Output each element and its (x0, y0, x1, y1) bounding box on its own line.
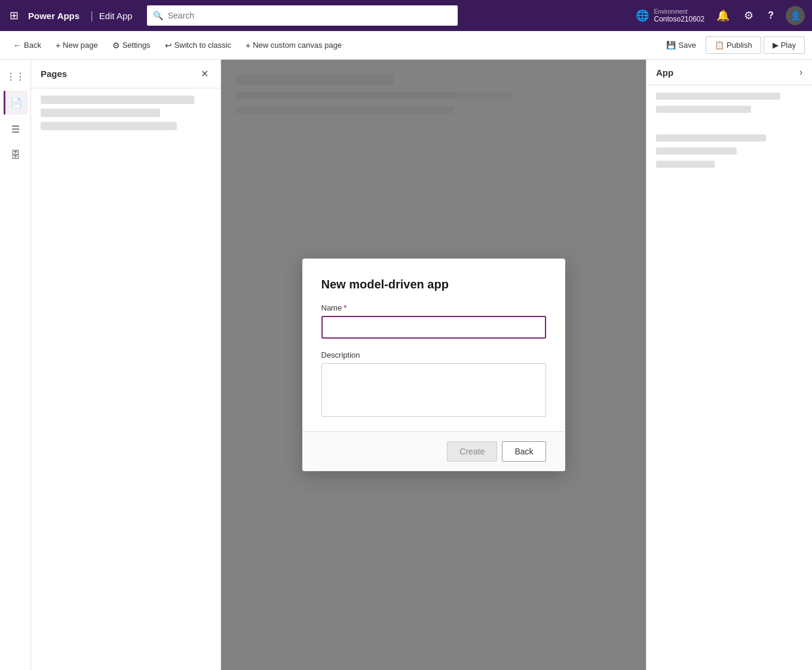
required-star: * (344, 303, 347, 312)
settings-gear-icon: ⚙ (112, 41, 120, 50)
pages-panel: Pages ✕ (31, 60, 221, 670)
save-icon: 💾 (666, 41, 676, 50)
nav-right: 🌐 Environment Contoso210602 🔔 ⚙ ? 👤 (636, 6, 805, 25)
description-textarea[interactable] (321, 363, 546, 417)
back-label: Back (24, 41, 41, 50)
canvas-area: New model-driven app Name* Description C… (221, 60, 646, 670)
toolbar: ← Back + New page ⚙ Settings ↩ Switch to… (0, 31, 812, 60)
description-label: Description (321, 351, 546, 359)
switch-to-classic-button[interactable]: ↩ Switch to classic (159, 37, 237, 54)
sidebar-pages-button[interactable]: 📄 (4, 91, 27, 115)
search-icon: 🔍 (153, 11, 163, 20)
grid-icon-button[interactable]: ⊞ (7, 7, 21, 24)
right-skeleton-5 (656, 161, 715, 168)
new-page-button[interactable]: + New page (50, 37, 104, 54)
new-page-plus-icon: + (56, 41, 60, 50)
sidebar-list-button[interactable]: ☰ (4, 117, 27, 141)
brand-label: Power Apps (28, 11, 79, 21)
environment-name: Contoso210602 (654, 15, 704, 23)
right-panel-content (646, 85, 812, 175)
name-label: Name* (321, 303, 546, 312)
modal-overlay: New model-driven app Name* Description C… (221, 60, 646, 670)
pages-icon: 📄 (10, 97, 22, 109)
new-custom-canvas-page-label: New custom canvas page (253, 41, 342, 50)
icon-sidebar: ⋮⋮ 📄 ☰ 🗄 (0, 60, 31, 670)
switch-to-classic-label: Switch to classic (174, 41, 231, 50)
avatar[interactable]: 👤 (786, 6, 805, 25)
name-input[interactable] (321, 316, 546, 339)
pages-title: Pages (41, 69, 67, 79)
switch-icon: ↩ (165, 41, 172, 50)
publish-label: Publish (727, 41, 752, 50)
play-label: Play (781, 41, 796, 50)
right-skeleton-3 (656, 134, 766, 142)
search-input[interactable] (168, 11, 452, 20)
modal-body: New model-driven app Name* Description (302, 259, 565, 431)
modal-title: New model-driven app (321, 278, 546, 291)
list-icon: ☰ (11, 124, 20, 135)
data-icon: 🗄 (11, 150, 20, 161)
new-canvas-plus-icon: + (246, 41, 250, 50)
save-button[interactable]: 💾 Save (659, 37, 703, 53)
skeleton-line-1 (41, 96, 194, 104)
chevron-right-icon[interactable]: › (799, 67, 802, 78)
environment-block: 🌐 Environment Contoso210602 (636, 8, 704, 23)
create-button[interactable]: Create (447, 441, 497, 462)
sidebar-nav-icon[interactable]: ⋮⋮ (4, 64, 27, 88)
back-arrow-icon: ← (13, 41, 22, 50)
nav-dots-icon: ⋮⋮ (6, 71, 25, 82)
skeleton-line-3 (41, 122, 177, 130)
sidebar-data-button[interactable]: 🗄 (4, 143, 27, 167)
notifications-button[interactable]: 🔔 (714, 7, 732, 24)
save-label: Save (678, 41, 696, 50)
right-panel-header: App › (646, 60, 812, 85)
top-nav: ⊞ Power Apps | Edit App 🔍 🌐 Environment … (0, 0, 812, 31)
right-panel-title: App (656, 67, 673, 78)
play-icon: ▶ (773, 41, 779, 50)
pages-content (31, 88, 220, 137)
skeleton-line-2 (41, 109, 160, 117)
new-page-label: New page (63, 41, 98, 50)
right-skeleton-1 (656, 93, 780, 100)
pages-close-button[interactable]: ✕ (198, 67, 211, 81)
settings-label: Settings (122, 41, 151, 50)
modal-footer: Create Back (302, 431, 565, 471)
environment-label: Environment (654, 8, 704, 15)
right-skeleton-4 (656, 147, 737, 155)
publish-icon: 📋 (715, 41, 724, 50)
help-button[interactable]: ? (765, 8, 776, 23)
toolbar-right: 💾 Save 📋 Publish ▶ Play (659, 36, 805, 54)
play-button[interactable]: ▶ Play (764, 36, 805, 54)
environment-text: Environment Contoso210602 (654, 8, 704, 23)
name-form-group: Name* (321, 303, 546, 339)
new-custom-canvas-page-button[interactable]: + New custom canvas page (240, 37, 348, 54)
edit-app-label: Edit App (99, 11, 133, 21)
settings-nav-button[interactable]: ⚙ (741, 7, 756, 24)
settings-button[interactable]: ⚙ Settings (106, 37, 157, 54)
back-modal-button[interactable]: Back (502, 441, 546, 462)
environment-icon: 🌐 (636, 9, 649, 22)
publish-button[interactable]: 📋 Publish (706, 36, 761, 54)
description-form-group: Description (321, 351, 546, 417)
modal-dialog: New model-driven app Name* Description C… (302, 259, 565, 471)
back-button[interactable]: ← Back (7, 37, 47, 54)
right-skeleton-2 (656, 106, 751, 113)
pages-header: Pages ✕ (31, 60, 220, 88)
right-skeleton-spacer (656, 119, 802, 128)
right-panel: App › (646, 60, 812, 670)
nav-separator: | (90, 10, 93, 22)
search-box: 🔍 (147, 5, 458, 26)
main-layout: ⋮⋮ 📄 ☰ 🗄 Pages ✕ (0, 60, 812, 670)
